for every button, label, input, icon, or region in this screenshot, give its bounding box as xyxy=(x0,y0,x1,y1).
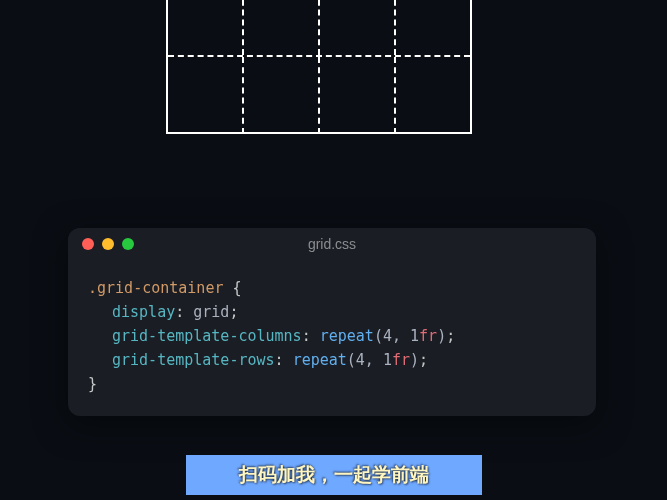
grid-diagram xyxy=(166,0,472,134)
grid-cell xyxy=(396,57,470,134)
traffic-lights xyxy=(82,238,134,250)
subtitle-banner: 扫码加我，一起学前端 xyxy=(186,455,482,495)
grid-cell xyxy=(320,57,396,134)
grid-row xyxy=(168,0,470,57)
grid-cell xyxy=(168,0,244,55)
code-block: .grid-container { display: grid; grid-te… xyxy=(68,260,596,416)
window-titlebar: grid.css xyxy=(68,228,596,260)
grid-row xyxy=(168,57,470,134)
grid-cell xyxy=(320,0,396,55)
grid-cell xyxy=(244,57,320,134)
window-filename: grid.css xyxy=(68,236,596,252)
grid-cell xyxy=(396,0,470,55)
maximize-icon[interactable] xyxy=(122,238,134,250)
code-brace-close: } xyxy=(88,375,97,393)
code-line: grid-template-rows: repeat(4, 1fr); xyxy=(88,348,576,372)
grid-cell xyxy=(244,0,320,55)
grid-cell xyxy=(168,57,244,134)
code-selector: .grid-container xyxy=(88,279,223,297)
subtitle-text: 扫码加我，一起学前端 xyxy=(239,462,429,488)
close-icon[interactable] xyxy=(82,238,94,250)
minimize-icon[interactable] xyxy=(102,238,114,250)
code-brace-open: { xyxy=(233,279,242,297)
code-line: display: grid; xyxy=(88,300,576,324)
code-line: grid-template-columns: repeat(4, 1fr); xyxy=(88,324,576,348)
code-window: grid.css .grid-container { display: grid… xyxy=(68,228,596,416)
